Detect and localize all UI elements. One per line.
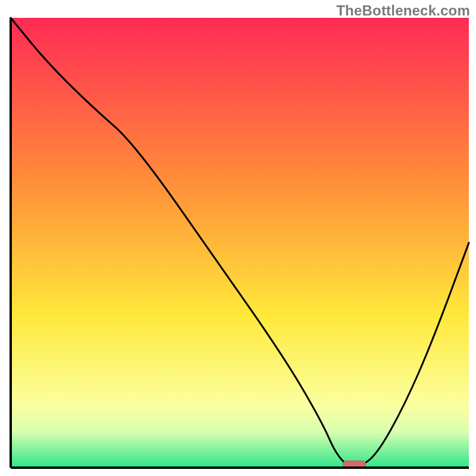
chart-canvas: [0, 0, 476, 476]
plot-background: [11, 18, 469, 468]
bottleneck-chart: TheBottleneck.com: [0, 0, 476, 476]
optimal-marker: [343, 461, 366, 468]
watermark-text: TheBottleneck.com: [336, 2, 470, 19]
